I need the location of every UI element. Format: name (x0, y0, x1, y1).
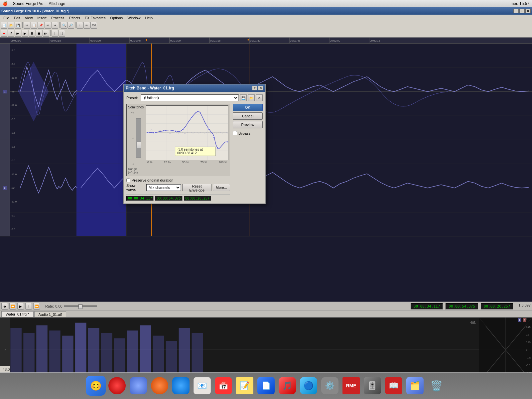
eraser-btn[interactable]: ⌫ (90, 22, 97, 29)
save-btn[interactable]: 💾 (15, 22, 21, 29)
ch2-btn[interactable]: 2 (523, 318, 526, 322)
fast-forward-btn[interactable]: ⏭ (43, 30, 49, 37)
close-button[interactable]: ✕ (525, 9, 531, 13)
menu-affichage[interactable]: Affichage (49, 1, 65, 6)
menu-insert[interactable]: Insert (35, 16, 49, 20)
preserve-checkbox[interactable] (126, 178, 130, 182)
tab-audio-1-01[interactable]: Audio 1_01.aif (34, 311, 66, 317)
rewind-to-start-btn[interactable]: ⏮ (15, 30, 21, 37)
tb-next[interactable]: ⏩ (33, 303, 40, 310)
record-btn[interactable]: ● (1, 30, 7, 37)
tb-prev[interactable]: ⏪ (9, 303, 16, 310)
dock-item-doc[interactable]: 📄 (256, 376, 276, 396)
dock-item-trash[interactable]: 🗑️ (426, 376, 446, 396)
menu-effects[interactable]: Effects (67, 16, 82, 20)
dock-item-4[interactable] (150, 376, 170, 396)
undo-btn[interactable]: ↩ (45, 22, 51, 29)
open-btn[interactable]: 📂 (8, 22, 14, 29)
marker-btn[interactable]: | (52, 30, 58, 37)
tb-pause[interactable]: ⏸ (25, 303, 32, 310)
dock-item-appstore[interactable]: 🔵 (299, 376, 319, 396)
play-btn[interactable]: ▶ (22, 30, 28, 37)
menu-sound-forge[interactable]: Sound Forge Pro (13, 1, 43, 6)
bottom-area: x 87 84 81 78 75 72 69 (0, 318, 532, 366)
tb-play[interactable]: ▶ (17, 303, 24, 310)
dialog-time-1: 00:00:34.117 (126, 196, 154, 201)
more-button[interactable]: More... (213, 184, 230, 191)
dock-item-music[interactable]: 🎵 (277, 376, 297, 396)
vertical-slider[interactable] (136, 118, 141, 158)
pitch-bend-dialog[interactable]: Pitch Bend - Water_01.frg ? ✕ Preset: (U… (123, 84, 266, 204)
select-btn[interactable]: ↕ (76, 22, 83, 29)
ch1-btn[interactable]: 1 (518, 318, 521, 322)
dialog-titlebar: Pitch Bend - Water_01.frg ? ✕ (124, 84, 265, 92)
cut-btn[interactable]: ✂ (24, 22, 30, 29)
stop-btn[interactable]: ⏹ (36, 30, 42, 37)
zoom-in-btn[interactable]: 🔍 (61, 22, 67, 29)
preview-button[interactable]: Preview (233, 121, 263, 128)
svg-rect-69 (49, 331, 61, 372)
dialog-close-btn[interactable]: ✕ (258, 86, 263, 90)
cancel-button[interactable]: Cancel (233, 112, 263, 120)
preset-open-btn[interactable]: 📂 (248, 94, 255, 101)
dock-item-5[interactable] (171, 376, 191, 396)
svg-point-110 (191, 117, 193, 119)
new-btn[interactable]: 📄 (1, 22, 7, 29)
status-times: 00:00:34.117 00:00:54.375 00:00:20.257 1… (411, 303, 531, 310)
rate-thumb[interactable] (78, 304, 82, 309)
dock-item-notes[interactable]: 📝 (235, 376, 255, 396)
preset-delete-btn[interactable]: ✕ (256, 94, 263, 101)
menu-view[interactable]: View (23, 16, 35, 20)
dialog-win-buttons: ? ✕ (252, 86, 263, 90)
maximize-button[interactable]: □ (519, 9, 525, 13)
rate-label: Rate: (45, 304, 54, 308)
svg-text:00:02:00: 00:02:00 (330, 39, 340, 42)
region-btn[interactable]: [ ] (59, 30, 65, 37)
dock-item-rme[interactable]: RME (341, 376, 361, 396)
dock-item-meter[interactable]: 🎚️ (362, 376, 382, 396)
v-slider-thumb[interactable] (137, 142, 141, 148)
app-titlebar: Sound Forge Pro 10.0 - [Water_01.frg *] … (0, 7, 532, 15)
pause-btn[interactable]: ⏸ (29, 30, 35, 37)
dock-item-pdf[interactable]: 📖 (384, 376, 404, 396)
track-1-content[interactable]: -2.5 -6.0 -12.0 -Inf. -12.0 -6.0 -2.5 (10, 44, 532, 140)
menu-file[interactable]: File (1, 16, 11, 20)
menu-help[interactable]: Help (143, 16, 155, 20)
dock-item-settings[interactable]: ⚙️ (320, 376, 340, 396)
track-2-content[interactable]: -2.5 -6.0 -12.0 -Inf. -12.0 -6.0 -2.5 (10, 140, 532, 236)
rate-slider[interactable] (64, 306, 97, 307)
menu-edit[interactable]: Edit (12, 16, 22, 20)
loop-btn[interactable]: ↺ (8, 30, 14, 37)
paste-btn[interactable]: 📌 (38, 22, 44, 29)
minimize-button[interactable]: _ (513, 9, 519, 13)
menu-fx-favorites[interactable]: FX Favorites (83, 16, 107, 20)
dock-item-finder-win[interactable]: 🗂️ (405, 376, 425, 396)
dialog-help-btn[interactable]: ? (252, 86, 257, 90)
copy-btn[interactable]: 📋 (31, 22, 37, 29)
tab-water-01[interactable]: Water_01.frg * (1, 311, 34, 317)
spectrum-label-col: x (0, 318, 10, 372)
tb-go-start[interactable]: ⏮ (1, 303, 8, 310)
ok-button[interactable]: OK (233, 104, 263, 111)
dock-finder[interactable]: 😊 (86, 376, 106, 396)
dock-item-mail[interactable]: 📧 (192, 376, 212, 396)
apple-menu[interactable]: 🍎 (3, 1, 8, 6)
zoom-out-btn[interactable]: 🔎 (67, 22, 74, 29)
toolbar-row-1: 📄 📂 💾 ✂ 📋 📌 ↩ ↪ 🔍 🔎 ↕ ✏ ⌫ (0, 21, 532, 29)
dialog-body: Preset: (Untitled) 💾 📂 ✕ (124, 92, 265, 203)
dock-item-calendar[interactable]: 📅 (213, 376, 233, 396)
menu-process[interactable]: Process (49, 16, 66, 20)
preset-save-btn[interactable]: 💾 (240, 94, 247, 101)
reset-envelope-button[interactable]: Reset Envelope (182, 184, 211, 191)
redo-btn[interactable]: ↪ (52, 22, 58, 29)
dock-item-2[interactable] (107, 376, 127, 396)
pencil-btn[interactable]: ✏ (83, 22, 90, 29)
envelope-graph[interactable]: -3.0 semitones at 00:00:38.412 (146, 105, 228, 160)
toolbar-separator-2 (59, 22, 60, 28)
bypass-checkbox[interactable] (233, 131, 237, 135)
dock-item-3[interactable] (128, 376, 148, 396)
show-wave-select[interactable]: Mix channels Left Right (146, 184, 181, 191)
menu-options[interactable]: Options (108, 16, 125, 20)
preset-select[interactable]: (Untitled) (141, 94, 239, 101)
menu-window[interactable]: Window (125, 16, 142, 20)
